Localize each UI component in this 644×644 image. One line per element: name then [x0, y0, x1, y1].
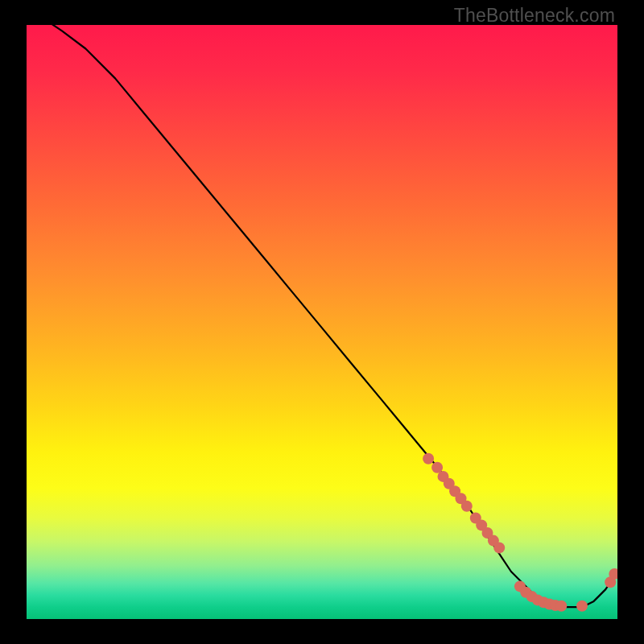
plot-area	[27, 25, 617, 619]
curve-overlay	[27, 25, 617, 619]
data-marker	[555, 601, 567, 612]
data-marker	[576, 601, 588, 612]
curve-line	[27, 25, 617, 607]
data-marker	[423, 453, 434, 464]
chart-stage: TheBottleneck.com	[0, 0, 644, 644]
data-marker	[493, 542, 505, 553]
marker-group	[423, 453, 617, 612]
credit-label: TheBottleneck.com	[454, 5, 615, 27]
data-marker	[461, 501, 473, 512]
